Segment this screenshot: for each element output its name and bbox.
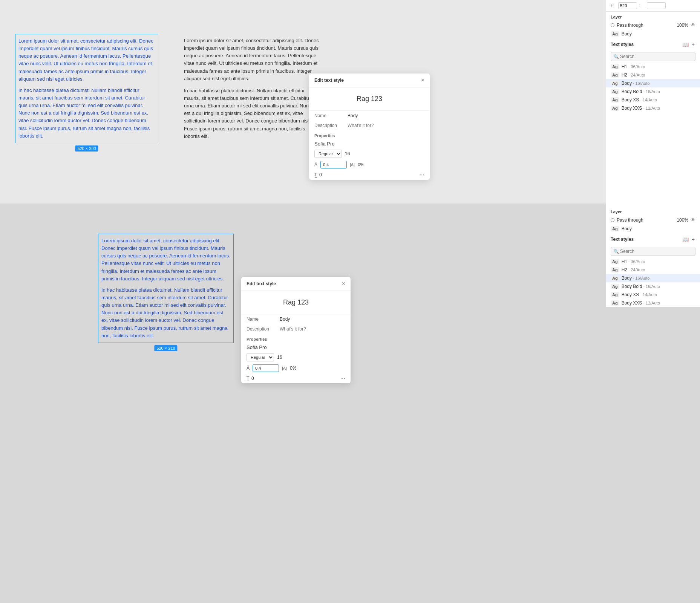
text-box-normal: Lorem ipsum dolor sit amet, consectetur … — [181, 34, 324, 143]
style-item-h1[interactable]: Ag H1 · 36/Auto — [606, 257, 700, 266]
modal-name-row: Name Body — [309, 111, 430, 121]
styles-list-top: Ag H1 · 36/Auto Ag H2 · 24/Auto Ag Body … — [606, 63, 700, 112]
add-style-button-bottom[interactable]: + — [691, 236, 695, 243]
line-height-input-top[interactable] — [320, 161, 347, 168]
right-panel-bottom: Layer Pass through 100% 👁 Ag Body Text s… — [606, 204, 700, 307]
baseline-icon-bottom: T̲ — [247, 376, 249, 381]
text-box-selected[interactable]: Lorem ipsum dolor sit amet, consectetur … — [15, 34, 158, 143]
style-ag-badge: Ag — [611, 284, 619, 289]
selected-text-p2-bottom: In hac habitasse platea dictumst. Nullam… — [101, 286, 230, 340]
text-styles-header-bottom: Text styles 📖 + — [606, 233, 700, 245]
baseline-value-top: 0 — [319, 172, 417, 178]
style-item-label: Body Bold · 16/Auto — [622, 89, 695, 94]
font-size-bottom: 16 — [277, 355, 282, 360]
text-styles-label-bottom: Text styles — [611, 237, 680, 242]
style-item-body-bold[interactable]: Ag Body Bold · 16/Auto — [606, 282, 700, 291]
style-ag-badge: Ag — [611, 72, 619, 78]
style-ag-badge: Ag — [611, 259, 619, 264]
style-item-label: Body · 16/Auto — [622, 81, 695, 86]
book-icon-top[interactable]: 📖 — [682, 41, 689, 48]
text-box-dimensions-label-bottom: 520 × 218 — [154, 345, 177, 351]
style-ag-badge: Ag — [611, 275, 619, 281]
style-item-h2[interactable]: Ag H2 · 24/Auto — [606, 71, 700, 79]
book-icon-bottom[interactable]: 📖 — [682, 236, 689, 243]
text-styles-header-top: Text styles 📖 + — [606, 38, 700, 51]
l-input[interactable] — [647, 2, 666, 9]
style-item-label: H1 · 36/Auto — [622, 259, 695, 264]
name-label: Name — [314, 113, 345, 118]
style-item-h2[interactable]: Ag H2 · 24/Auto — [606, 266, 700, 274]
ag-badge-top: Ag — [611, 31, 619, 37]
style-ag-badge: Ag — [611, 292, 619, 297]
name-label-bottom: Name — [247, 317, 277, 322]
modal-name-row-bottom: Name Body — [241, 314, 351, 324]
text-box-selected-bottom[interactable]: Lorem ipsum dolor sit amet, consectetur … — [98, 234, 234, 343]
add-style-button-top[interactable]: + — [691, 41, 695, 48]
search-icon-top: 🔍 — [614, 54, 619, 59]
style-item-label: Body Bold · 16/Auto — [622, 284, 695, 289]
style-item-label: Body XXS · 12/Auto — [622, 106, 695, 111]
right-panel-top: H L Layer Pass through 100% 👁 Ag Body Te… — [606, 0, 700, 204]
selected-text-p1-bottom: Lorem ipsum dolor sit amet, consectetur … — [101, 237, 230, 283]
style-item-body-xs[interactable]: Ag Body XS · 14/Auto — [606, 291, 700, 299]
line-height-icon-bottom: Ā — [247, 366, 250, 371]
font-name-top: Sofia Pro — [309, 139, 430, 148]
weight-select-top[interactable]: Regular — [314, 150, 342, 158]
style-item-body[interactable]: Ag Body · 16/Auto — [606, 274, 700, 282]
h-input[interactable] — [618, 2, 637, 9]
line-height-row-bottom: Ā |A| 0% — [241, 363, 351, 373]
style-item-h1[interactable]: Ag H1 · 36/Auto — [606, 63, 700, 71]
modal-preview-bottom: Rag 123 — [241, 291, 351, 314]
modal-close-bottom[interactable]: × — [342, 281, 345, 287]
style-item-body-xs[interactable]: Ag Body XS · 14/Auto — [606, 96, 700, 104]
modal-props-row-bottom: Regular 16 — [241, 352, 351, 363]
eye-icon-top[interactable]: 👁 — [691, 22, 695, 28]
style-item-body-bold[interactable]: Ag Body Bold · 16/Auto — [606, 87, 700, 96]
style-item-body-xxs[interactable]: Ag Body XXS · 12/Auto — [606, 299, 700, 307]
pass-through-row-top: Pass through 100% 👁 — [606, 21, 700, 29]
pass-through-text-bottom: Pass through — [617, 217, 674, 223]
modal-close-top[interactable]: × — [421, 77, 424, 83]
style-item-body-xxs[interactable]: Ag Body XXS · 12/Auto — [606, 104, 700, 112]
canvas-bottom: Lorem ipsum dolor sit amet, consectetur … — [0, 204, 606, 603]
style-item-body[interactable]: Ag Body · 16/Auto — [606, 79, 700, 87]
eye-icon-bottom[interactable]: 👁 — [691, 217, 695, 223]
properties-label-bottom: Properties — [241, 334, 351, 343]
more-button-top[interactable]: ··· — [420, 171, 424, 178]
modal-title-top: Edit text style — [314, 78, 421, 83]
properties-label: Properties — [309, 130, 430, 139]
styles-list-bottom: Ag H1 · 36/Auto Ag H2 · 24/Auto Ag Body … — [606, 257, 700, 307]
style-item-label: Body XXS · 12/Auto — [622, 300, 695, 306]
pass-through-row-bottom: Pass through 100% 👁 — [606, 216, 700, 224]
modal-header-top: Edit text style × — [309, 73, 430, 87]
edit-modal-bottom: Edit text style × Rag 123 Name Body Desc… — [241, 277, 351, 383]
layer-name-top: Body — [622, 31, 632, 37]
description-input[interactable] — [348, 123, 424, 128]
line-height-row-top: Ā |A| 0% — [309, 159, 430, 170]
search-input-top[interactable] — [611, 52, 695, 61]
pass-through-text-top: Pass through — [617, 23, 674, 28]
layer-body-row-top: Ag Body — [606, 29, 700, 38]
canvas-top: Lorem ipsum dolor sit amet, consectetur … — [0, 0, 606, 204]
name-value-bottom: Body — [280, 317, 345, 322]
pass-through-pct-bottom: 100% — [677, 217, 688, 223]
search-input-bottom[interactable] — [611, 247, 695, 256]
layer-body-row-bottom: Ag Body — [606, 224, 700, 233]
font-name-bottom: Sofia Pro — [241, 343, 351, 352]
more-button-bottom[interactable]: ··· — [340, 375, 345, 382]
description-input-bottom[interactable] — [280, 326, 345, 332]
modal-preview-top: Rag 123 — [309, 87, 430, 111]
l-label: L — [639, 3, 645, 8]
tracking-label-top: |A| — [350, 162, 355, 167]
weight-select-bottom[interactable]: Regular — [247, 353, 274, 361]
tracking-label-bottom: |A| — [282, 366, 287, 370]
baseline-icon-top: T̲ — [314, 172, 317, 178]
modal-footer-row-bottom: T̲ 0 ··· — [241, 373, 351, 383]
style-item-label: Body · 16/Auto — [622, 275, 695, 281]
line-height-input-bottom[interactable] — [253, 364, 279, 372]
circle-icon-bottom — [611, 218, 614, 222]
style-item-label: H1 · 36/Auto — [622, 64, 695, 69]
modal-props-row-top: Regular 16 — [309, 148, 430, 159]
style-ag-badge: Ag — [611, 267, 619, 272]
style-ag-badge: Ag — [611, 64, 619, 69]
